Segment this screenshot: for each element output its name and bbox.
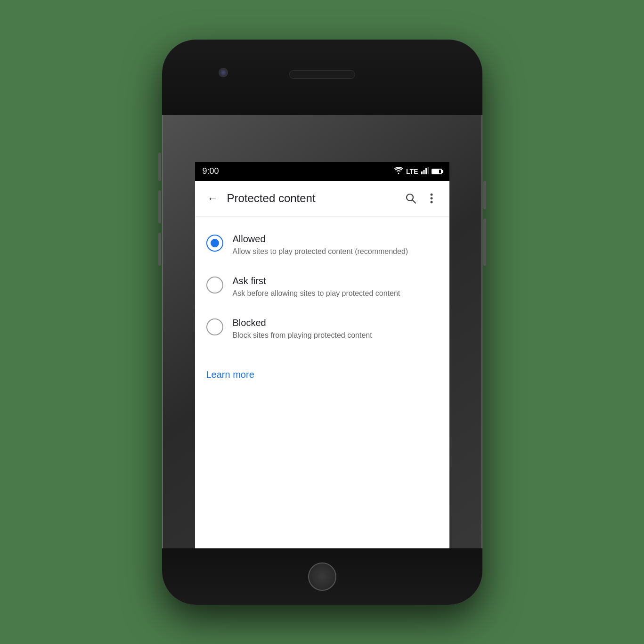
svg-point-8 bbox=[430, 201, 432, 204]
radio-desc-ask-first: Ask before allowing sites to play protec… bbox=[233, 288, 400, 299]
radio-desc-blocked: Block sites from playing protected conte… bbox=[233, 330, 372, 341]
page-title: Protected content bbox=[227, 192, 400, 205]
back-button[interactable]: ← bbox=[203, 188, 223, 209]
silent-button[interactable] bbox=[158, 233, 161, 266]
radio-button-ask-first[interactable] bbox=[206, 277, 223, 293]
screen-content: ← Protected content bbox=[195, 181, 449, 548]
radio-text-allowed: Allowed Allow sites to play protected co… bbox=[233, 234, 408, 257]
phone-device: 9:00 LTE bbox=[162, 40, 482, 605]
radio-label-allowed: Allowed bbox=[233, 234, 408, 245]
radio-item-allowed[interactable]: Allowed Allow sites to play protected co… bbox=[195, 224, 449, 266]
svg-point-7 bbox=[430, 197, 432, 200]
search-button[interactable] bbox=[400, 188, 421, 209]
phone-bottom-bezel bbox=[162, 548, 482, 605]
volume-up-button[interactable] bbox=[158, 153, 161, 181]
status-time: 9:00 bbox=[203, 166, 219, 176]
battery-icon bbox=[432, 169, 442, 174]
radio-text-ask-first: Ask first Ask before allowing sites to p… bbox=[233, 276, 400, 299]
svg-rect-1 bbox=[423, 170, 424, 174]
radio-desc-allowed: Allow sites to play protected content (r… bbox=[233, 246, 408, 257]
status-icons: LTE bbox=[394, 167, 441, 176]
svg-rect-0 bbox=[421, 171, 423, 174]
app-bar: ← Protected content bbox=[195, 181, 449, 217]
svg-rect-3 bbox=[427, 167, 429, 174]
learn-more-section: Learn more bbox=[195, 358, 449, 391]
volume-down-button[interactable] bbox=[158, 190, 161, 223]
back-arrow-icon: ← bbox=[207, 192, 219, 205]
more-icon bbox=[430, 193, 433, 204]
front-camera bbox=[219, 68, 228, 77]
svg-rect-2 bbox=[425, 168, 427, 174]
more-options-button[interactable] bbox=[421, 188, 442, 209]
signal-icon bbox=[421, 167, 429, 176]
radio-label-ask-first: Ask first bbox=[233, 276, 400, 286]
wifi-icon bbox=[394, 167, 403, 176]
radio-item-blocked[interactable]: Blocked Block sites from playing protect… bbox=[195, 308, 449, 350]
radio-item-ask-first[interactable]: Ask first Ask before allowing sites to p… bbox=[195, 266, 449, 308]
svg-line-5 bbox=[412, 200, 416, 204]
home-button[interactable] bbox=[308, 562, 336, 591]
radio-button-allowed[interactable] bbox=[206, 235, 223, 252]
svg-point-6 bbox=[430, 194, 432, 196]
radio-options-list: Allowed Allow sites to play protected co… bbox=[195, 217, 449, 358]
power-button[interactable] bbox=[483, 181, 486, 209]
radio-button-blocked[interactable] bbox=[206, 318, 223, 335]
learn-more-link[interactable]: Learn more bbox=[206, 369, 254, 380]
radio-text-blocked: Blocked Block sites from playing protect… bbox=[233, 318, 372, 341]
fingerprint-button[interactable] bbox=[483, 219, 486, 266]
phone-top-bezel bbox=[162, 40, 482, 115]
search-icon bbox=[406, 193, 416, 204]
earpiece-speaker bbox=[289, 70, 355, 79]
status-bar: 9:00 LTE bbox=[195, 162, 449, 181]
lte-icon: LTE bbox=[406, 168, 418, 175]
radio-label-blocked: Blocked bbox=[233, 318, 372, 328]
